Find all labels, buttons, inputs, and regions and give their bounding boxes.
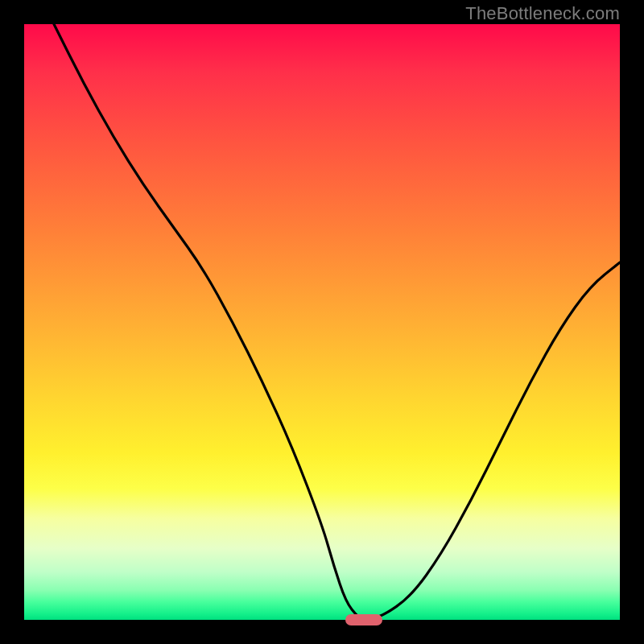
plot-area <box>24 24 620 620</box>
bottleneck-curve <box>24 24 620 620</box>
chart-frame: TheBottleneck.com <box>0 0 644 644</box>
watermark-text: TheBottleneck.com <box>465 3 620 24</box>
optimal-marker <box>345 614 382 625</box>
